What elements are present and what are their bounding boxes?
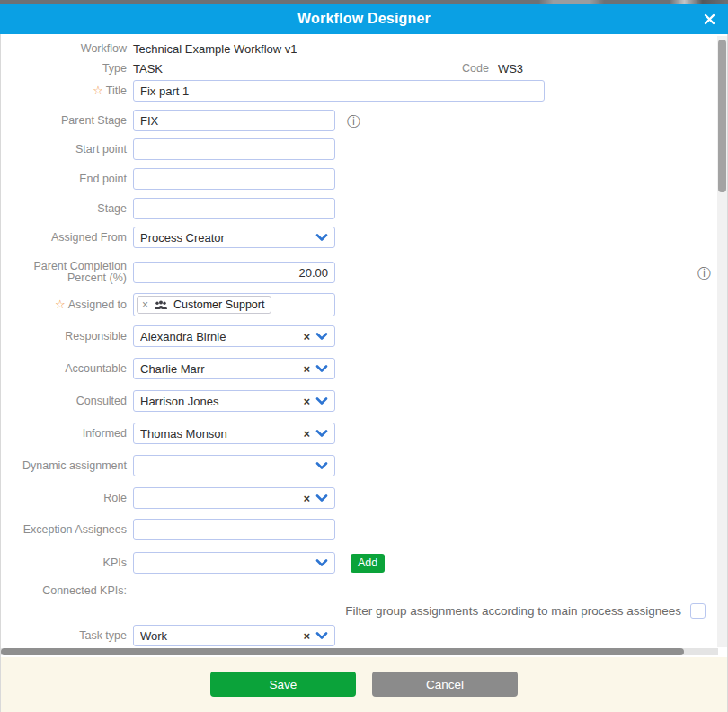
- modal-header: Workflow Designer: [0, 4, 728, 34]
- horizontal-scrollbar-thumb[interactable]: [1, 648, 684, 655]
- field-informed: Informed Thomas Monson ×: [1, 423, 727, 444]
- modal-body: Workflow Technical Example Workflow v1 T…: [0, 34, 728, 657]
- type-value: TASK: [133, 62, 163, 76]
- field-task-type: Task type Work ×: [1, 625, 727, 646]
- field-kpis: KPIs Add: [1, 552, 727, 574]
- code-label: Code: [462, 63, 489, 75]
- horizontal-scrollbar[interactable]: [1, 648, 718, 655]
- field-filter-group-assignments: Filter group assignments according to ma…: [1, 602, 727, 619]
- save-button[interactable]: Save: [210, 672, 356, 697]
- vertical-scrollbar[interactable]: [717, 36, 727, 647]
- required-star-icon: ☆: [93, 84, 103, 97]
- field-end-point: End point: [1, 168, 727, 190]
- field-type: Type TASK Code WS3: [1, 61, 727, 76]
- field-dynamic-assignment: Dynamic assignment: [1, 455, 727, 476]
- chevron-down-icon: [315, 632, 328, 640]
- close-icon[interactable]: [702, 12, 716, 26]
- group-icon: [154, 299, 168, 310]
- accountable-label: Accountable: [1, 363, 127, 375]
- chevron-down-icon: [315, 234, 328, 242]
- parent-completion-label: Parent Completion Percent (%): [1, 261, 127, 284]
- field-parent-stage: Parent Stage ⓘ: [1, 110, 727, 131]
- title-label: ☆Title: [1, 85, 127, 97]
- clear-icon[interactable]: ×: [303, 331, 310, 343]
- type-label: Type: [1, 63, 127, 75]
- field-workflow: Workflow Technical Example Workflow v1: [1, 41, 727, 56]
- clear-icon[interactable]: ×: [303, 493, 310, 504]
- role-select[interactable]: ×: [133, 487, 335, 509]
- stage-input[interactable]: [133, 198, 335, 219]
- chevron-down-icon: [315, 397, 328, 405]
- cancel-button[interactable]: Cancel: [372, 672, 518, 697]
- field-connected-kpis: Connected KPIs:: [1, 584, 727, 597]
- field-accountable: Accountable Charlie Marr ×: [1, 358, 727, 379]
- informed-label: Informed: [1, 428, 127, 440]
- start-point-label: Start point: [1, 144, 127, 156]
- clear-icon[interactable]: ×: [303, 396, 310, 407]
- chevron-down-icon: [315, 333, 328, 341]
- field-start-point: Start point: [1, 138, 727, 160]
- remove-chip-icon[interactable]: ×: [142, 299, 148, 310]
- stage-label: Stage: [1, 203, 127, 215]
- field-role: Role ×: [1, 487, 727, 509]
- field-assigned-from: Assigned From Process Creator: [1, 227, 727, 248]
- info-icon[interactable]: ⓘ: [697, 266, 711, 280]
- modal-footer: Save Cancel: [0, 657, 728, 712]
- consulted-label: Consulted: [1, 396, 127, 407]
- chevron-down-icon: [315, 462, 328, 470]
- consulted-select[interactable]: Harrison Jones ×: [133, 390, 335, 412]
- filter-checkbox-label: Filter group assignments according to ma…: [345, 604, 681, 618]
- dynamic-assignment-select[interactable]: [133, 455, 335, 476]
- end-point-label: End point: [1, 174, 127, 185]
- parent-stage-label: Parent Stage: [1, 115, 127, 127]
- clear-icon[interactable]: ×: [303, 630, 310, 642]
- modal-title: Workflow Designer: [297, 11, 431, 27]
- field-consulted: Consulted Harrison Jones ×: [1, 390, 727, 412]
- field-title: ☆Title: [1, 80, 727, 102]
- assigned-to-chip: × Customer Support: [137, 296, 271, 314]
- connected-kpis-label: Connected KPIs:: [1, 585, 127, 597]
- field-parent-completion: Parent Completion Percent (%) ⓘ: [1, 261, 727, 284]
- task-type-label: Task type: [1, 630, 127, 642]
- exception-assignees-label: Exception Assignees: [1, 524, 127, 536]
- field-responsible: Responsible Alexandra Birnie ×: [1, 325, 727, 347]
- title-input[interactable]: [133, 80, 545, 102]
- field-assigned-to: ☆Assigned to × Customer Support: [1, 293, 727, 316]
- assigned-from-label: Assigned From: [1, 232, 127, 244]
- chevron-down-icon: [315, 494, 328, 503]
- start-point-input[interactable]: [133, 138, 335, 160]
- parent-stage-input[interactable]: [133, 110, 335, 131]
- filter-checkbox[interactable]: [690, 603, 706, 619]
- end-point-input[interactable]: [133, 168, 335, 190]
- kpis-label: KPIs: [1, 557, 127, 569]
- field-stage: Stage: [1, 198, 727, 219]
- dynamic-assignment-label: Dynamic assignment: [1, 460, 127, 472]
- page: Workflow Designer Workflow Technical Exa…: [0, 0, 728, 712]
- chevron-down-icon: [315, 559, 328, 567]
- responsible-label: Responsible: [1, 331, 127, 343]
- assigned-from-select[interactable]: Process Creator: [133, 227, 335, 248]
- responsible-select[interactable]: Alexandra Birnie ×: [133, 325, 335, 347]
- informed-select[interactable]: Thomas Monson ×: [133, 423, 335, 444]
- parent-completion-input[interactable]: [133, 262, 335, 283]
- workflow-value: Technical Example Workflow v1: [133, 42, 297, 56]
- field-exception-assignees: Exception Assignees: [1, 519, 727, 540]
- kpis-select[interactable]: [133, 552, 335, 574]
- assigned-to-label: ☆Assigned to: [1, 298, 127, 311]
- assigned-to-chip-text: Customer Support: [173, 298, 264, 311]
- code-value: WS3: [498, 62, 523, 76]
- workflow-label: Workflow: [1, 43, 127, 55]
- assigned-to-field[interactable]: × Customer Support: [133, 293, 335, 316]
- field-code: Code WS3: [462, 61, 523, 76]
- exception-assignees-input[interactable]: [133, 519, 335, 540]
- add-kpi-button[interactable]: Add: [351, 554, 385, 573]
- task-type-select[interactable]: Work ×: [133, 625, 335, 646]
- accountable-select[interactable]: Charlie Marr ×: [133, 358, 335, 379]
- info-icon[interactable]: ⓘ: [347, 114, 360, 128]
- role-label: Role: [1, 493, 127, 504]
- chevron-down-icon: [315, 430, 328, 438]
- vertical-scrollbar-thumb[interactable]: [718, 40, 726, 192]
- clear-icon[interactable]: ×: [303, 363, 310, 375]
- clear-icon[interactable]: ×: [303, 428, 310, 440]
- chevron-down-icon: [315, 365, 328, 373]
